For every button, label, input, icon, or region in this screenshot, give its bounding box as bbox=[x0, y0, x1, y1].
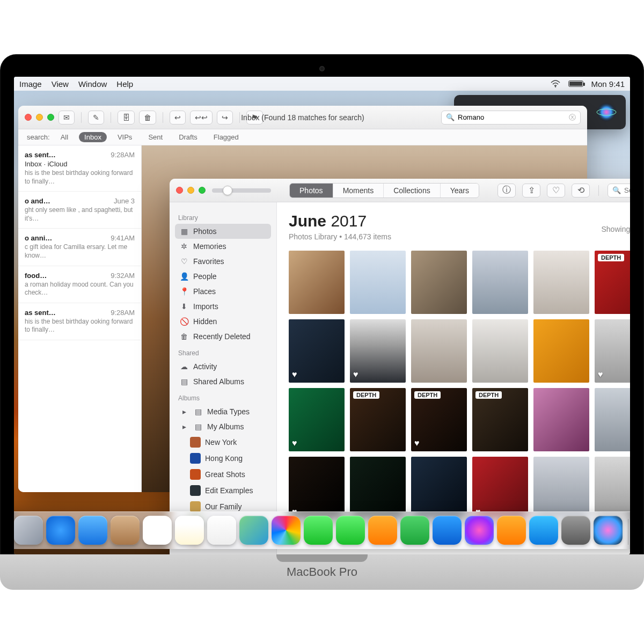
dock-app-ibooks[interactable] bbox=[497, 516, 526, 545]
photo-thumbnail[interactable]: ♥ bbox=[595, 319, 630, 383]
sidebar-item-photos[interactable]: ▦Photos bbox=[175, 224, 271, 239]
segment-years[interactable]: Years bbox=[441, 184, 479, 197]
photo-thumbnail[interactable] bbox=[533, 388, 589, 451]
photo-thumbnail[interactable]: ♥ bbox=[472, 457, 528, 520]
sidebar-album-new-york[interactable]: New York bbox=[186, 434, 271, 450]
sidebar-item-recently-deleted[interactable]: 🗑︎Recently Deleted bbox=[175, 329, 271, 344]
favorite-button[interactable]: ♡ bbox=[547, 184, 565, 197]
dock-app-itunes[interactable] bbox=[465, 516, 494, 545]
dock-app-numbers[interactable] bbox=[400, 516, 429, 545]
photo-thumbnail[interactable]: DEPTH bbox=[472, 388, 528, 451]
minimize-button[interactable] bbox=[187, 187, 194, 194]
mail-message-row[interactable]: o and…June 3ght only seem like , and spa… bbox=[18, 192, 141, 229]
sidebar-album-great-shots[interactable]: Great Shots bbox=[186, 466, 271, 482]
photo-thumbnail[interactable]: DEPTH♥ bbox=[411, 388, 467, 451]
photos-search[interactable]: 🔍 bbox=[608, 184, 630, 197]
sidebar-item-memories[interactable]: ✲Memories bbox=[175, 239, 271, 254]
photos-showing[interactable]: Showing: All P bbox=[602, 225, 631, 233]
dock-app-notes[interactable] bbox=[175, 516, 204, 545]
filter-inbox[interactable]: Inbox bbox=[79, 132, 107, 142]
dock-app-keynote[interactable] bbox=[433, 516, 462, 545]
sidebar-item-imports[interactable]: ⬇︎Imports bbox=[175, 299, 271, 314]
photo-thumbnail[interactable] bbox=[411, 251, 467, 314]
dock-app-siri[interactable] bbox=[594, 516, 623, 545]
menubar-item[interactable]: Help bbox=[116, 79, 133, 89]
dock-app-maps[interactable] bbox=[239, 516, 268, 545]
delete-button[interactable]: 🗑︎ bbox=[139, 111, 156, 125]
dock-app-appstore[interactable] bbox=[529, 516, 558, 545]
photo-thumbnail[interactable]: DEPTH bbox=[350, 388, 406, 451]
dock-app-photos[interactable] bbox=[272, 516, 301, 545]
zoom-thumb[interactable] bbox=[223, 186, 232, 195]
mail-titlebar[interactable]: ✉︎ ✎ 🗄︎ 🗑︎ ↩︎ ↩︎↩︎ ↪︎ ⚑ Inbox (Found 18 … bbox=[18, 106, 587, 129]
photo-thumbnail[interactable] bbox=[289, 251, 345, 314]
menubar-clock[interactable]: Mon 9:41 bbox=[591, 79, 625, 89]
photo-thumbnail[interactable]: DEPTH bbox=[595, 251, 630, 314]
photo-thumbnail[interactable] bbox=[350, 457, 406, 520]
photo-thumbnail[interactable] bbox=[533, 319, 589, 383]
menubar-item[interactable]: View bbox=[52, 79, 69, 89]
menubar-item[interactable]: Window bbox=[78, 79, 107, 89]
dock-app-preferences[interactable] bbox=[561, 516, 590, 545]
photos-search-input[interactable] bbox=[624, 186, 630, 194]
mail-message-row[interactable]: food…9:32AMa roman holiday mood count. C… bbox=[18, 266, 141, 303]
sidebar-item-media-types[interactable]: ▸▤Media Types bbox=[175, 404, 271, 419]
share-button[interactable]: ⇪ bbox=[522, 184, 540, 197]
minimize-button[interactable] bbox=[36, 114, 43, 121]
get-mail-button[interactable]: ✉︎ bbox=[58, 111, 75, 125]
mail-message-list[interactable]: as sent…9:28AMInbox · iCloudhis is the b… bbox=[18, 145, 142, 492]
reply-button[interactable]: ↩︎ bbox=[170, 111, 186, 125]
filter-all[interactable]: All bbox=[55, 132, 74, 142]
menubar-item[interactable]: Image bbox=[19, 79, 42, 89]
dock-app-mail[interactable] bbox=[78, 516, 107, 545]
dock-app-facetime[interactable] bbox=[336, 516, 365, 545]
photo-thumbnail[interactable] bbox=[595, 457, 630, 520]
sidebar-item-my-albums[interactable]: ▸▤My Albums bbox=[175, 419, 271, 434]
forward-button[interactable]: ↪︎ bbox=[217, 111, 233, 125]
close-button[interactable] bbox=[25, 114, 32, 121]
reply-all-button[interactable]: ↩︎↩︎ bbox=[190, 111, 213, 125]
photos-titlebar[interactable]: Photos Moments Collections Years ⓘ ⇪ ♡ ⟲… bbox=[170, 179, 630, 202]
zoom-button[interactable] bbox=[199, 187, 206, 194]
filter-vips[interactable]: VIPs bbox=[112, 132, 137, 142]
segment-photos[interactable]: Photos bbox=[290, 184, 333, 197]
wifi-icon[interactable] bbox=[550, 80, 561, 87]
photo-thumbnail[interactable] bbox=[411, 319, 467, 383]
photo-thumbnail[interactable] bbox=[472, 319, 528, 383]
close-button[interactable] bbox=[176, 187, 183, 194]
segment-collections[interactable]: Collections bbox=[384, 184, 440, 197]
photo-thumbnail[interactable]: ♥ bbox=[289, 388, 345, 451]
battery-icon[interactable] bbox=[568, 80, 583, 87]
sidebar-album-hong-kong[interactable]: Hong Kong bbox=[186, 450, 271, 466]
photo-thumbnail[interactable] bbox=[533, 251, 589, 314]
zoom-slider[interactable] bbox=[212, 188, 271, 193]
mail-search-input[interactable] bbox=[458, 113, 566, 121]
photo-thumbnail[interactable]: ♥ bbox=[289, 319, 345, 383]
filter-drafts[interactable]: Drafts bbox=[173, 132, 203, 142]
sidebar-item-activity[interactable]: ☁︎Activity bbox=[175, 359, 271, 374]
compose-button[interactable]: ✎ bbox=[88, 111, 104, 125]
dock-app-contacts[interactable] bbox=[111, 516, 140, 545]
window-controls[interactable] bbox=[25, 114, 54, 121]
dock-app-safari[interactable] bbox=[46, 516, 75, 545]
photos-content[interactable]: June 2017 Photos Library • 144,673 items… bbox=[277, 202, 630, 554]
dock-app-pages[interactable] bbox=[368, 516, 397, 545]
dock-app-messages[interactable] bbox=[304, 516, 333, 545]
mail-search[interactable]: 🔍 ⓧ bbox=[441, 111, 581, 125]
mail-message-row[interactable]: as sent…9:28AMInbox · iCloudhis is the b… bbox=[18, 145, 141, 192]
photo-thumbnail[interactable] bbox=[595, 388, 630, 451]
dock-app-launchpad[interactable] bbox=[14, 516, 43, 545]
mail-message-row[interactable]: as sent…9:28AMhis is the best birthday o… bbox=[18, 303, 141, 340]
info-button[interactable]: ⓘ bbox=[497, 184, 516, 197]
sidebar-item-shared-albums[interactable]: ▤Shared Albums bbox=[175, 374, 271, 389]
filter-sent[interactable]: Sent bbox=[143, 132, 168, 142]
photo-thumbnail[interactable]: ♥ bbox=[350, 319, 406, 383]
photo-thumbnail[interactable] bbox=[533, 457, 589, 520]
photo-thumbnail[interactable] bbox=[411, 457, 467, 520]
sidebar-item-people[interactable]: 👤People bbox=[175, 269, 271, 284]
photo-thumbnail[interactable] bbox=[350, 251, 406, 314]
photo-thumbnail[interactable]: ♥ bbox=[289, 457, 345, 520]
segment-moments[interactable]: Moments bbox=[333, 184, 384, 197]
mail-message-row[interactable]: o anni…9:41AMc gift idea for Camilla ers… bbox=[18, 229, 141, 266]
dock-app-calendar[interactable] bbox=[143, 516, 172, 545]
